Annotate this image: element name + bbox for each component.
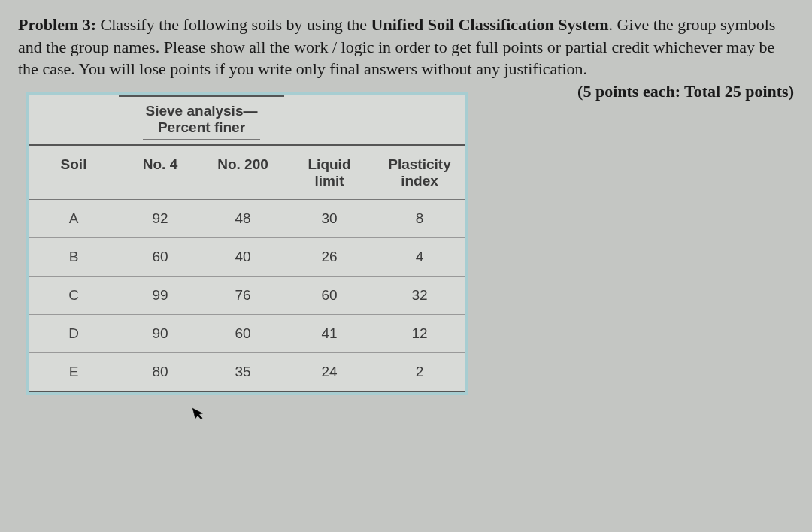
problem-label: Problem 3: [18, 15, 96, 34]
problem-text-1: Classify the following soils by using th… [96, 15, 371, 34]
cell-no200: 76 [201, 277, 284, 315]
cell-no4: 60 [119, 238, 201, 277]
soil-table: Sieve analysis— Percent finer Soil No. 4… [29, 95, 465, 392]
cell-no4: 90 [119, 315, 201, 353]
cell-soil: D [29, 315, 119, 353]
col-no4: No. 4 [119, 145, 201, 200]
problem-points: (5 points each: Total 25 points) [577, 80, 794, 103]
table-body: A 92 48 30 8 B 60 40 26 4 C 99 76 60 32 [29, 200, 465, 392]
cursor-icon [192, 404, 208, 425]
sieve-line1: Sieve analysis— [146, 103, 258, 119]
cell-no4: 92 [119, 200, 201, 238]
cell-no200: 40 [201, 238, 284, 277]
col-soil: Soil [29, 145, 119, 200]
col-no200: No. 200 [201, 145, 284, 200]
table-row: B 60 40 26 4 [29, 238, 465, 277]
sieve-line2: Percent finer [143, 119, 260, 140]
cell-soil: A [29, 200, 119, 238]
cell-soil: E [29, 353, 119, 392]
empty-header [29, 96, 119, 145]
col-plasticity-index: Plasticity index [374, 145, 465, 200]
cell-ll: 60 [284, 277, 374, 315]
cell-pi: 8 [374, 200, 465, 238]
problem-statement: Problem 3: Classify the following soils … [18, 14, 794, 80]
table-row: A 92 48 30 8 [29, 200, 465, 238]
cell-pi: 2 [374, 353, 465, 392]
table-row: D 90 60 41 12 [29, 315, 465, 353]
col-liquid-limit: Liquid limit [284, 145, 374, 200]
soil-table-container: Sieve analysis— Percent finer Soil No. 4… [26, 92, 468, 395]
sieve-analysis-header: Sieve analysis— Percent finer [119, 96, 284, 145]
empty-header-3 [374, 96, 465, 145]
cell-pi: 32 [374, 277, 465, 315]
cell-ll: 41 [284, 315, 374, 353]
cell-no4: 80 [119, 353, 201, 392]
cell-no200: 35 [201, 353, 284, 392]
cell-soil: B [29, 238, 119, 277]
table-row: E 80 35 24 2 [29, 353, 465, 392]
cell-pi: 12 [374, 315, 465, 353]
empty-header-2 [284, 96, 374, 145]
cell-soil: C [29, 277, 119, 315]
cell-pi: 4 [374, 238, 465, 277]
cell-ll: 24 [284, 353, 374, 392]
cell-no200: 48 [201, 200, 284, 238]
cell-no4: 99 [119, 277, 201, 315]
cell-no200: 60 [201, 315, 284, 353]
cell-ll: 30 [284, 200, 374, 238]
table-row: C 99 76 60 32 [29, 277, 465, 315]
cell-ll: 26 [284, 238, 374, 277]
problem-system: Unified Soil Classification System [371, 15, 609, 34]
